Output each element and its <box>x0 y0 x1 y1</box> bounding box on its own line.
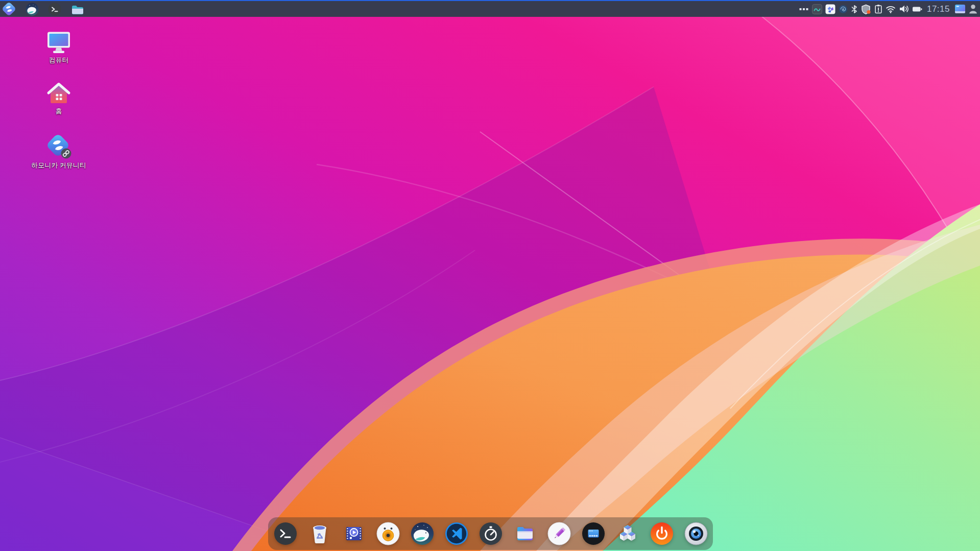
hamonikr-menu-button[interactable] <box>2 1 16 17</box>
korean-input-icon <box>812 4 822 14</box>
top-panel: 17:15 <box>0 0 980 17</box>
bluetooth-icon <box>851 5 858 14</box>
desktop-icon-label: 컴퓨터 <box>49 57 69 64</box>
dock-vscode[interactable] <box>445 522 468 545</box>
tray-user[interactable] <box>969 1 977 17</box>
overflow-dots-icon <box>799 4 809 14</box>
tray-wifi[interactable] <box>886 1 896 17</box>
dock-desktop-settings[interactable] <box>582 522 605 545</box>
user-icon <box>969 4 977 14</box>
terminal-icon <box>274 522 297 545</box>
dock-trash[interactable] <box>308 522 331 545</box>
whale-browser-icon <box>411 522 434 545</box>
stopwatch-icon <box>479 522 503 545</box>
tray-input-method[interactable] <box>812 1 822 17</box>
tray-swirl-app[interactable] <box>839 1 848 17</box>
whale-browser-launcher[interactable] <box>26 1 39 17</box>
desktop: 컴퓨터 홈 <box>0 0 980 551</box>
desktop-icon-computer[interactable]: 컴퓨터 <box>26 32 92 64</box>
tray-overflow-button[interactable] <box>799 1 809 17</box>
tray-shield-alert[interactable] <box>861 1 871 17</box>
dock-audio-player[interactable] <box>376 522 400 545</box>
tray-clipboard-alert[interactable] <box>874 1 882 17</box>
dock-stopwatch[interactable] <box>479 522 503 545</box>
files-launcher[interactable] <box>70 1 84 17</box>
tray-display[interactable] <box>954 1 966 17</box>
tray-battery[interactable] <box>912 1 922 17</box>
power-icon <box>650 522 674 545</box>
computer-icon <box>46 32 71 54</box>
terminal-icon <box>48 3 61 16</box>
dock <box>268 517 713 550</box>
shield-icon <box>861 4 871 14</box>
dock-file-manager[interactable] <box>513 522 537 545</box>
tray-volume[interactable] <box>899 1 909 17</box>
volume-icon <box>899 5 909 13</box>
system-tray: 17:15 <box>799 1 980 17</box>
desktop-icon-label: 하모니카 커뮤니티 <box>31 162 86 170</box>
hamonikr-community-icon <box>45 133 72 159</box>
dock-webcam[interactable] <box>684 522 708 545</box>
dock-app-center[interactable] <box>616 522 639 545</box>
dock-terminal[interactable] <box>274 522 297 545</box>
clipboard-icon <box>874 4 882 14</box>
whale-browser-icon <box>26 3 39 16</box>
desktop-icon-label: 홈 <box>56 108 62 115</box>
wallpaper <box>0 0 980 551</box>
blue-app-icon <box>825 4 835 14</box>
desktop-icon-community[interactable]: 하모니카 커뮤니티 <box>26 133 92 170</box>
file-manager-icon <box>513 522 537 545</box>
dock-whale-browser[interactable] <box>411 522 434 545</box>
trash-icon <box>308 522 331 545</box>
tray-bluetooth[interactable] <box>851 1 858 17</box>
wifi-icon <box>886 5 896 13</box>
tray-blue-app[interactable] <box>825 1 835 17</box>
text-editor-icon <box>547 522 571 545</box>
battery-icon <box>912 6 922 12</box>
panel-launchers <box>0 1 84 17</box>
desktop-settings-icon <box>582 522 605 545</box>
app-center-cubes-icon <box>616 522 639 545</box>
desktop-icon-home[interactable]: 홈 <box>26 82 92 115</box>
webcam-icon <box>684 522 708 545</box>
folder-icon <box>70 3 84 16</box>
swirl-icon <box>839 5 848 14</box>
hamonikr-logo-icon <box>2 2 16 16</box>
terminal-launcher[interactable] <box>48 1 61 17</box>
media-player-icon <box>342 522 366 545</box>
display-icon <box>954 4 966 14</box>
audio-player-icon <box>376 522 400 545</box>
dock-text-editor[interactable] <box>547 522 571 545</box>
dock-power[interactable] <box>650 522 674 545</box>
home-icon <box>46 82 71 105</box>
dock-media-player[interactable] <box>342 522 366 545</box>
clock[interactable]: 17:15 <box>925 4 951 14</box>
vscode-icon <box>445 522 468 545</box>
